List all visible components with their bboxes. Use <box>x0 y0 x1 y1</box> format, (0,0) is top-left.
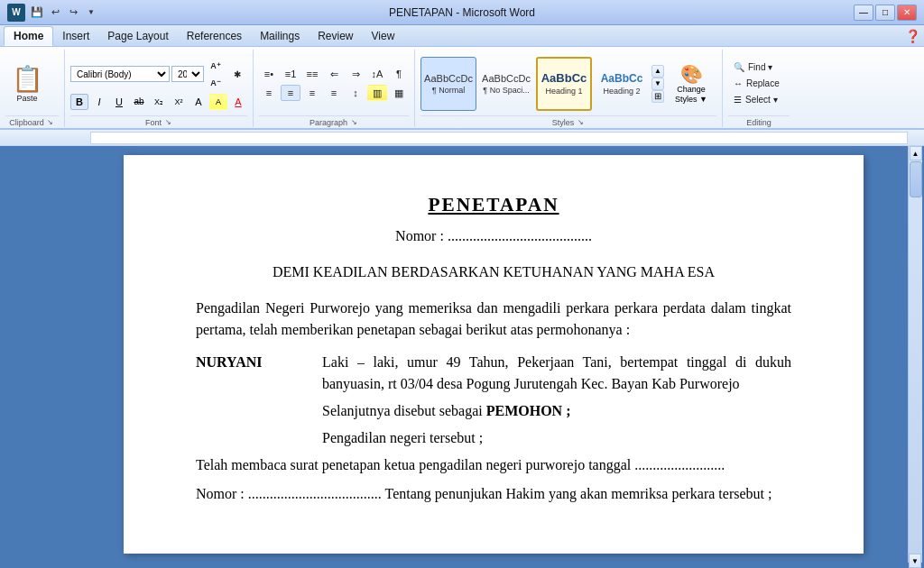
body1-text: Pengadilan Negeri Purworejo yang memerik… <box>196 300 791 337</box>
increase-indent-btn[interactable]: ⇒ <box>346 66 365 82</box>
clipboard-expand[interactable]: ↘ <box>46 118 55 127</box>
align-center-btn[interactable]: ≡ <box>281 85 300 101</box>
style-no-spacing-label: ¶ No Spaci... <box>483 86 529 95</box>
find-icon: 🔍 <box>734 62 744 72</box>
document-body1[interactable]: Pengadilan Negeri Purworejo yang memerik… <box>196 298 791 341</box>
font-row1: Calibri (Body) 20 A⁺ A⁻ ✱ <box>70 58 247 91</box>
tab-home[interactable]: Home <box>4 26 53 46</box>
scroll-up-btn[interactable]: ▲ <box>910 146 922 160</box>
change-styles-icon: 🎨 <box>680 63 703 85</box>
align-right-btn[interactable]: ≡ <box>302 85 322 101</box>
document-title: PENETAPAN <box>196 191 791 220</box>
align-left-btn[interactable]: ≡ <box>259 85 279 101</box>
styles-gallery: AaBbCcDc ¶ Normal AaBbCcDc ¶ No Spaci...… <box>420 57 716 111</box>
subscript-btn[interactable]: X₂ <box>150 94 168 110</box>
para-expand[interactable]: ↘ <box>349 118 358 127</box>
styles-expand[interactable]: ↘ <box>576 118 585 127</box>
paragraph-body: ≡• ≡1 ≡≡ ⇐ ⇒ ↕A ¶ ≡ ≡ ≡ ≡ ↕ ▥ ▦ <box>259 51 409 115</box>
bold-btn[interactable]: B <box>70 94 88 110</box>
save-btn[interactable]: 💾 <box>29 5 45 21</box>
style-heading2-preview: AaBbCc <box>601 72 643 85</box>
customize-btn[interactable]: ▼ <box>83 5 99 21</box>
vertical-scrollbar[interactable]: ▲ ▼ <box>908 146 922 563</box>
tab-review[interactable]: Review <box>309 26 362 46</box>
ribbon: 📋 Paste Clipboard↘ Calibri (Body) 20 <box>0 47 924 130</box>
styles-scroll-up[interactable]: ▲ <box>651 65 664 78</box>
select-icon: ☰ <box>734 95 742 105</box>
italic-btn[interactable]: I <box>90 94 108 110</box>
tab-view[interactable]: View <box>363 26 404 46</box>
font-expand[interactable]: ↘ <box>163 118 172 127</box>
close-btn[interactable]: ✕ <box>897 5 917 21</box>
scroll-down-btn[interactable]: ▼ <box>909 554 921 563</box>
styles-label: Styles↘ <box>420 115 716 127</box>
pemohon-label: NURYANI <box>196 352 322 395</box>
quick-access-toolbar: 💾 ↩ ↪ ▼ <box>29 5 99 21</box>
style-heading1-label: Heading 1 <box>545 87 582 96</box>
font-family-select[interactable]: Calibri (Body) <box>70 66 170 82</box>
text-effects-btn[interactable]: A <box>189 94 208 110</box>
window-title: PENETAPAN - Microsoft Word <box>389 6 535 19</box>
justify-btn[interactable]: ≡ <box>324 85 344 101</box>
select-label: Select ▾ <box>745 95 778 105</box>
show-marks-btn[interactable]: ¶ <box>389 66 409 82</box>
help-icon[interactable]: ❓ <box>905 29 920 43</box>
title-bar: W 💾 ↩ ↪ ▼ PENETAPAN - Microsoft Word — □… <box>0 0 924 25</box>
shading-btn[interactable]: ▥ <box>367 85 387 101</box>
decrease-indent-btn[interactable]: ⇐ <box>324 66 344 82</box>
superscript-btn[interactable]: X² <box>170 94 188 110</box>
restore-btn[interactable]: □ <box>875 5 895 21</box>
pengadilan-text: Pengadilan negeri tersebut ; <box>322 427 791 449</box>
styles-more[interactable]: ⊞ <box>651 90 664 103</box>
undo-btn[interactable]: ↩ <box>47 5 63 21</box>
word-icon: W <box>7 4 25 22</box>
bullets-btn[interactable]: ≡• <box>259 66 279 82</box>
underline-btn[interactable]: U <box>110 94 128 110</box>
style-normal-label: ¶ Normal <box>432 86 465 95</box>
clear-format-btn[interactable]: ✱ <box>227 66 247 82</box>
borders-btn[interactable]: ▦ <box>389 85 409 101</box>
style-no-spacing[interactable]: AaBbCcDc ¶ No Spaci... <box>478 57 534 111</box>
font-color-btn[interactable]: A <box>229 94 247 110</box>
scroll-thumb[interactable] <box>910 161 922 197</box>
window-controls[interactable]: — □ ✕ <box>854 5 917 21</box>
numbering-btn[interactable]: ≡1 <box>281 66 300 82</box>
multilevel-btn[interactable]: ≡≡ <box>302 66 322 82</box>
left-margin <box>0 146 79 563</box>
strikethrough-btn[interactable]: ab <box>130 94 148 110</box>
ruler-area <box>0 130 924 146</box>
document-page: PENETAPAN Nomor : ......................… <box>124 155 864 554</box>
replace-btn[interactable]: ↔ Replace <box>728 77 790 90</box>
minimize-btn[interactable]: — <box>854 5 873 21</box>
style-heading1[interactable]: AaBbCc Heading 1 <box>536 57 592 111</box>
nomor-text: Nomor : ................................… <box>196 483 791 505</box>
para-row1: ≡• ≡1 ≡≡ ⇐ ⇒ ↕A ¶ <box>259 66 409 82</box>
tab-mailings[interactable]: Mailings <box>251 26 309 46</box>
font-size-select[interactable]: 20 <box>171 66 204 82</box>
change-styles-button[interactable]: 🎨 ChangeStyles ▼ <box>666 57 716 111</box>
tab-references[interactable]: References <box>178 26 251 46</box>
style-heading2[interactable]: AaBbCc Heading 2 <box>594 57 650 111</box>
highlight-btn[interactable]: A <box>209 94 227 110</box>
tab-insert[interactable]: Insert <box>53 26 98 46</box>
change-styles-label: ChangeStyles ▼ <box>675 85 707 105</box>
style-normal[interactable]: AaBbCcDc ¶ Normal <box>420 57 476 111</box>
decrease-font-btn[interactable]: A⁻ <box>206 75 226 91</box>
menu-bar: Home Insert Page Layout References Maili… <box>0 25 924 47</box>
style-heading1-preview: AaBbCc <box>541 71 587 85</box>
pemohon-row: NURYANI Laki – laki, umur 49 Tahun, Peke… <box>196 352 791 395</box>
select-btn[interactable]: ☰ Select ▾ <box>728 93 790 106</box>
tab-page-layout[interactable]: Page Layout <box>98 26 177 46</box>
sort-btn[interactable]: ↕A <box>367 66 387 82</box>
telah-membaca-text: Telah membaca surat penetapan ketua peng… <box>196 454 791 476</box>
editing-label: Editing <box>728 115 790 127</box>
line-spacing-btn[interactable]: ↕ <box>346 85 365 101</box>
right-margin: ▲ ▼ <box>908 146 924 563</box>
pemohon-details: Laki – laki, umur 49 Tahun, Pekerjaan Ta… <box>322 352 791 395</box>
increase-font-btn[interactable]: A⁺ <box>206 58 226 74</box>
redo-btn[interactable]: ↪ <box>65 5 81 21</box>
styles-scroll-down[interactable]: ▼ <box>651 78 664 90</box>
paste-button[interactable]: 📋 Paste <box>5 57 49 111</box>
styles-scroll: ▲ ▼ ⊞ <box>651 65 664 103</box>
find-btn[interactable]: 🔍 Find ▾ <box>728 60 790 74</box>
